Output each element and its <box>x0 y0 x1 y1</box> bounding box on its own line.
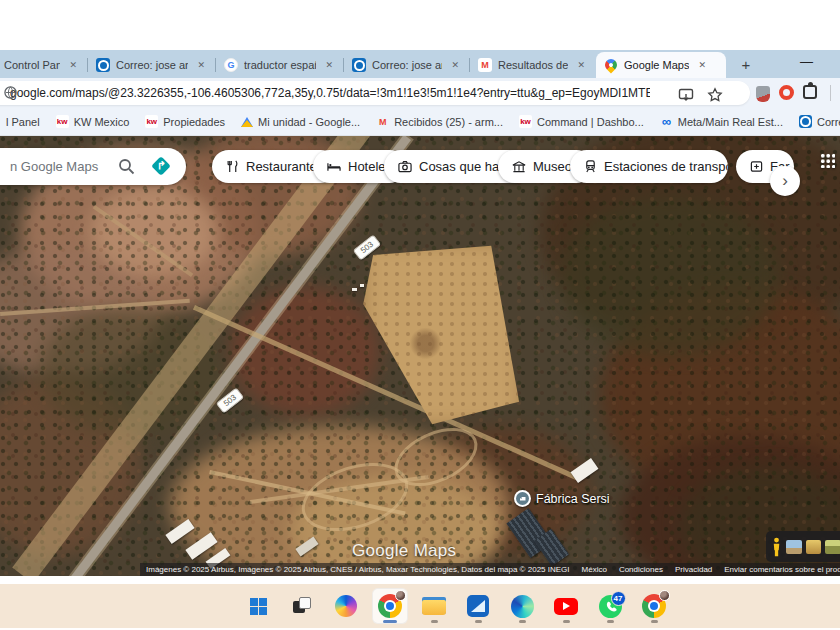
running-indicator <box>519 620 526 623</box>
bookmark-label: Recibidos (25) - arm... <box>394 116 503 128</box>
chip-scroll-right-button[interactable]: › <box>770 166 800 196</box>
running-indicator <box>383 620 397 623</box>
chrome-second-profile-button[interactable] <box>636 588 672 624</box>
link-enviar-comentarios[interactable]: Enviar comentarios sobre el producto <box>724 565 840 574</box>
gmail-icon: M <box>376 115 389 128</box>
museum-icon <box>512 160 526 173</box>
tab-title: Google Maps <box>624 59 689 71</box>
site-info-icon[interactable] <box>4 86 17 99</box>
tab-title: Correo: jose armand <box>116 59 188 71</box>
google-maps-watermark: Google Maps <box>352 541 456 561</box>
photo-thumbnail[interactable] <box>825 540 840 554</box>
blue-app-button[interactable] <box>460 588 496 624</box>
bookmark-propiedades[interactable]: kw Propiedades <box>145 115 225 128</box>
task-view-button[interactable] <box>284 588 320 624</box>
bookmark-gmail-inbox[interactable]: M Recibidos (25) - arm... <box>376 115 503 128</box>
start-button[interactable] <box>240 588 276 624</box>
photo-thumbnail[interactable] <box>806 540 822 554</box>
tab-close-icon[interactable]: ✕ <box>322 58 336 72</box>
toolbar-separator <box>830 85 831 101</box>
bookmark-label: Propiedades <box>163 116 225 128</box>
bookmark-kw-mexico[interactable]: kw KW Mexico <box>56 115 130 128</box>
chip-label: Restaurantes <box>246 159 323 174</box>
running-indicator <box>563 620 570 623</box>
google-maps-pin-icon <box>604 58 618 72</box>
youtube-button[interactable] <box>548 588 584 624</box>
copilot-icon <box>335 595 357 617</box>
bookmark-star-icon[interactable] <box>707 87 723 103</box>
tab-close-icon[interactable]: ✕ <box>66 58 80 72</box>
new-tab-button[interactable]: + <box>734 52 758 76</box>
extensions-puzzle-icon[interactable] <box>803 85 817 99</box>
send-to-device-icon[interactable] <box>678 87 694 103</box>
edge-icon <box>511 595 534 618</box>
link-privacidad[interactable]: Privacidad <box>675 565 712 574</box>
edge-button[interactable] <box>504 588 540 624</box>
whatsapp-icon: 47 <box>599 595 622 618</box>
kw-icon: kw <box>145 115 158 128</box>
train-icon <box>584 160 597 173</box>
tab-traductor[interactable]: G traductor español i ✕ <box>216 52 344 78</box>
vehicle <box>352 288 357 291</box>
profile-avatar-badge <box>659 590 670 601</box>
category-chip-row: Restaurantes Hoteles Cosas que hacer <box>0 150 840 184</box>
poi-fabrica-sersi[interactable]: Fábrica Sersi <box>514 490 610 507</box>
imagery-thumbnail-tray[interactable] <box>766 531 840 562</box>
task-view-icon <box>293 597 312 615</box>
antivirus-extension-icon[interactable] <box>756 86 770 102</box>
pegman-icon[interactable] <box>771 536 782 558</box>
imagery-credits: Imágenes © 2025 Airbus, Imágenes © 2025 … <box>146 565 570 574</box>
photo-thumbnail[interactable] <box>786 540 802 554</box>
bookmarks-bar: l Panel kw KW Mexico kw Propiedades Mi u… <box>0 108 840 136</box>
outlook-icon <box>799 115 812 128</box>
tab-correo-2[interactable]: Correo: jose armand ✕ <box>344 52 470 78</box>
bookmark-control-panel[interactable]: l Panel <box>6 116 40 128</box>
camera-icon <box>398 160 412 173</box>
browser-toolbar: google.com/maps/@23.3226355,-106.4605306… <box>0 78 840 108</box>
tab-close-icon[interactable]: ✕ <box>695 58 709 72</box>
link-mexico[interactable]: México <box>582 565 607 574</box>
adblock-extension-icon[interactable] <box>779 85 794 100</box>
bookmark-label: Mi unidad - Google... <box>258 116 360 128</box>
chrome-taskbar-button-active[interactable] <box>372 588 408 624</box>
running-indicator <box>607 620 614 623</box>
whatsapp-unread-badge: 47 <box>611 591 626 606</box>
map-attribution-bar: Imágenes © 2025 Airbus, Imágenes © 2025 … <box>140 563 840 576</box>
bookmark-meta[interactable]: ∞ Meta/Main Real Est... <box>660 115 783 128</box>
youtube-icon <box>554 598 578 615</box>
copilot-button[interactable] <box>328 588 364 624</box>
bookmark-label: KW Mexico <box>74 116 130 128</box>
outlook-icon <box>352 58 366 72</box>
address-bar[interactable]: google.com/maps/@23.3226355,-106.4605306… <box>0 81 750 105</box>
tab-title: Control Panel <box>4 59 60 71</box>
tab-close-icon[interactable]: ✕ <box>194 58 208 72</box>
tab-title: Resultados de búsq <box>498 59 568 71</box>
google-apps-grid-icon[interactable] <box>820 153 835 168</box>
tab-close-icon[interactable]: ✕ <box>574 58 588 72</box>
running-indicator <box>651 620 658 623</box>
link-condiciones[interactable]: Condiciones <box>619 565 663 574</box>
poi-label: Fábrica Sersi <box>536 492 610 506</box>
kw-icon: kw <box>56 115 69 128</box>
window-minimize-button[interactable]: — <box>800 54 813 69</box>
restaurant-icon <box>226 160 239 173</box>
bookmark-drive[interactable]: Mi unidad - Google... <box>241 116 360 128</box>
tab-resultados[interactable]: M Resultados de búsq ✕ <box>470 52 596 78</box>
tab-close-icon[interactable]: ✕ <box>448 58 462 72</box>
factory-poi-pin-icon[interactable] <box>514 490 531 507</box>
satellite-map-canvas[interactable]: 503 503 Fábrica Sersi Google Maps n Goog… <box>0 136 840 576</box>
bookmark-correo[interactable]: Correo - armandogt... <box>799 115 840 128</box>
chip-estaciones-transporte[interactable]: Estaciones de transport... <box>570 150 728 183</box>
chip-label: Estaciones de transport... <box>604 159 728 174</box>
tab-google-maps-active[interactable]: Google Maps ✕ <box>596 52 726 78</box>
tab-control-panel[interactable]: Control Panel ✕ <box>0 52 88 78</box>
outlook-icon <box>96 58 110 72</box>
url-text: google.com/maps/@23.3226355,-106.4605306… <box>10 86 650 100</box>
bookmark-command-dashboard[interactable]: kw Command | Dashbo... <box>519 115 644 128</box>
tab-correo-1[interactable]: Correo: jose armand ✕ <box>88 52 216 78</box>
taskbar-app-icons: 47 <box>240 588 672 624</box>
meta-icon: ∞ <box>660 115 673 128</box>
file-explorer-button[interactable] <box>416 588 452 624</box>
whatsapp-button[interactable]: 47 <box>592 588 628 624</box>
blue-app-icon <box>467 595 489 617</box>
